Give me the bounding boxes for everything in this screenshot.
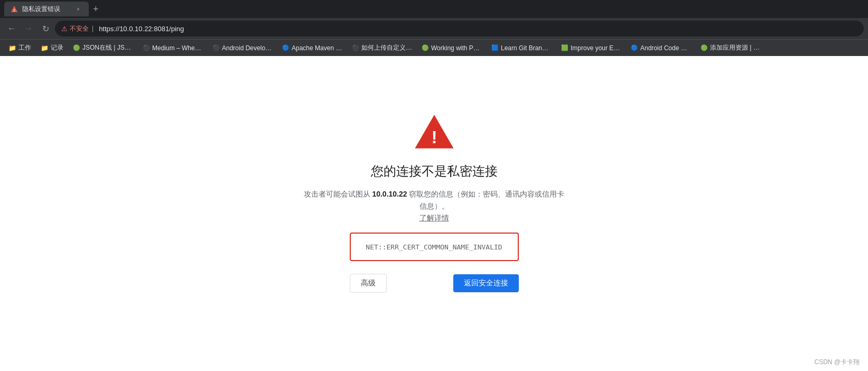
bookmark-favicon: 🟢 [701, 44, 708, 51]
return-safe-button[interactable]: 返回安全连接 [453, 274, 519, 292]
bookmark-label: Android Code Sea... [640, 44, 691, 52]
reload-button[interactable]: ↻ [38, 21, 53, 36]
bookmark-add-resource[interactable]: 🟢 添加应用资源 | A... [696, 41, 765, 54]
warning-triangle-icon: ! [413, 113, 455, 150]
advanced-button[interactable]: 高级 [350, 274, 387, 293]
active-tab[interactable]: ! 隐私设置错误 × [4, 2, 89, 16]
bookmark-work[interactable]: 📁 工作 [4, 41, 35, 54]
bookmark-pgp[interactable]: 🟢 Working with PGP... [417, 42, 486, 54]
error-code-text: NET::ERR_CERT_COMMON_NAME_INVALID [366, 243, 502, 251]
bookmark-android-dev[interactable]: ⚫ Android Develop... [208, 42, 277, 54]
bookmark-label: JSON在线 | JSON... [82, 43, 133, 52]
tab-favicon: ! [11, 5, 18, 13]
new-tab-button[interactable]: + [89, 4, 103, 14]
address-bar[interactable]: ⚠ 不安全 | https://10.0.10.22:8081/ping [55, 21, 864, 36]
back-button[interactable]: ← [4, 21, 19, 36]
bookmark-label: 如何上传自定义jar... [361, 43, 412, 52]
url-display: https://10.0.10.22:8081/ping [99, 25, 184, 33]
description-part1: 攻击者可能会试图从 [304, 190, 372, 198]
security-warning: ⚠ 不安全 | [61, 24, 95, 33]
bookmark-git[interactable]: 🟦 Learn Git Branching [487, 42, 556, 54]
description-part2: 窃取您的信息（例如：密码、通讯内容或信用卡信息）。 [407, 190, 565, 210]
security-label: 不安全 [70, 24, 89, 33]
bookmark-records[interactable]: 📁 记录 [36, 41, 68, 54]
bookmark-favicon: 🟢 [422, 44, 429, 51]
error-code-box: NET::ERR_CERT_COMMON_NAME_INVALID [350, 233, 519, 261]
csdn-watermark: CSDN @卡卡翔 [814, 358, 860, 367]
bookmark-favicon: 🔵 [631, 44, 638, 51]
navigation-bar: ← → ↻ ⚠ 不安全 | https://10.0.10.22:8081/pi… [0, 18, 868, 39]
bookmark-label: Medium – Where... [152, 44, 203, 52]
description: 攻击者可能会试图从 10.0.10.22 窃取您的信息（例如：密码、通讯内容或信… [302, 188, 566, 224]
tab-close-button[interactable]: × [74, 5, 82, 13]
folder-icon: 📁 [8, 44, 16, 52]
bookmark-label: Android Develop... [222, 44, 273, 52]
bookmark-label: 添加应用资源 | A... [710, 43, 761, 52]
svg-text:!: ! [14, 8, 15, 13]
browser-chrome: ! 隐私设置错误 × + ← → ↻ ⚠ 不安全 | https://10.0.… [0, 0, 868, 56]
svg-text:!: ! [431, 128, 437, 147]
bookmark-medium[interactable]: ⚫ Medium – Where... [138, 42, 207, 54]
bookmark-favicon: ⚫ [352, 44, 359, 51]
bookmark-favicon: ⚫ [212, 44, 220, 51]
buttons-row: 高级 返回安全连接 [350, 274, 519, 293]
bookmark-maven[interactable]: 🔵 Apache Maven –... [278, 42, 347, 54]
bookmark-label: Working with PGP... [431, 44, 482, 52]
bookmark-code-search[interactable]: 🔵 Android Code Sea... [627, 42, 695, 54]
forward-button[interactable]: → [21, 21, 36, 36]
bookmark-favicon: 🟢 [73, 44, 80, 51]
bookmark-label: 工作 [18, 43, 31, 52]
bookmark-english[interactable]: 🟩 Improve your Eng... [557, 42, 626, 54]
url-separator: | [92, 25, 94, 32]
bookmark-label: Learn Git Branching [501, 44, 552, 52]
description-ip: 10.0.10.22 [372, 190, 407, 198]
folder-icon: 📁 [41, 44, 49, 52]
warning-icon: ⚠ [61, 25, 68, 33]
learn-more-link[interactable]: 了解详情 [419, 214, 449, 222]
bookmark-favicon: 🟦 [491, 44, 499, 51]
bookmark-label: 记录 [51, 43, 63, 52]
bookmark-jar[interactable]: ⚫ 如何上传自定义jar... [348, 41, 416, 54]
main-heading: 您的连接不是私密连接 [371, 163, 498, 180]
bookmark-label: Improve your Eng... [571, 44, 621, 52]
bookmark-label: Apache Maven –... [292, 44, 342, 52]
bookmark-favicon: 🔵 [282, 44, 290, 51]
bookmark-json[interactable]: 🟢 JSON在线 | JSON... [69, 41, 137, 54]
tab-title: 隐私设置错误 [22, 5, 70, 14]
bookmark-favicon: 🟩 [561, 44, 568, 51]
bookmarks-bar: 📁 工作 📁 记录 🟢 JSON在线 | JSON... ⚫ Medium – … [0, 39, 868, 56]
page-content: ! 您的连接不是私密连接 攻击者可能会试图从 10.0.10.22 窃取您的信息… [0, 56, 868, 371]
title-bar: ! 隐私设置错误 × + [0, 0, 868, 18]
bookmark-favicon: ⚫ [143, 44, 150, 51]
